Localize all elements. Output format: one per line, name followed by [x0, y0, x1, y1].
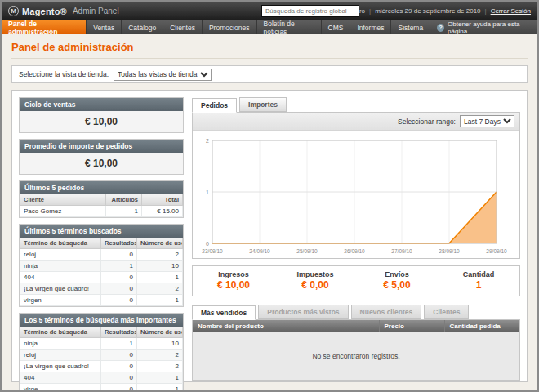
store-view-switcher: Seleccione la vista de tienda: Todas las… — [11, 65, 528, 83]
stat-ingresos: Ingresos € 10,00 — [193, 270, 274, 291]
nav-item-clientes[interactable]: Clientes — [163, 20, 203, 34]
svg-text:26/09/10: 26/09/10 — [344, 248, 365, 254]
brand-suffix: Admin Panel — [73, 7, 119, 16]
range-toolbar: Seleccionar rango: Last 7 Days — [193, 113, 519, 131]
last-orders-title: Últimos 5 pedidos — [20, 181, 183, 194]
range-select[interactable]: Last 7 Days — [460, 115, 514, 127]
nav-item-promociones[interactable]: Promociones — [203, 20, 257, 34]
average-orders-title: Promedio de importe de pedidos — [20, 140, 183, 153]
table-row[interactable]: ninja 1 10 — [20, 338, 183, 350]
empty-message: No se encontraron registros. — [193, 332, 519, 380]
table-row[interactable]: 404 0 1 — [20, 272, 183, 283]
header-date: miércoles 29 de septiembre de 2010 — [375, 7, 480, 15]
magento-logo: M Magento® Admin Panel — [8, 6, 119, 16]
col-header: Término de búsqueda — [20, 238, 101, 249]
nav-item-sistema[interactable]: Sistema — [391, 20, 430, 34]
table-row[interactable]: Paco Gomez 1 € 15.00 — [20, 206, 183, 217]
lifetime-sales-value: € 10,00 — [20, 111, 183, 132]
orders-chart-box: Seleccionar rango: Last 7 Days 01223/09/… — [192, 112, 520, 259]
last-search-terms-title: Últimos 5 términos buscados — [20, 225, 183, 238]
stat-impuestos: Impuestos € 0,00 — [274, 270, 356, 291]
svg-text:28/09/10: 28/09/10 — [439, 248, 460, 254]
table-row[interactable]: ¡La virgen que cuadro! 0 2 — [20, 283, 183, 295]
stat-cantidad: Cantidad 1 — [438, 270, 519, 291]
store-view-label: Seleccione la vista de tienda: — [19, 70, 109, 78]
tab-productos-mas-vistos[interactable]: Productos más vistos — [258, 305, 348, 319]
table-row[interactable]: reloj 0 2 — [20, 249, 183, 261]
nav-item-cms[interactable]: CMS — [322, 20, 351, 34]
svg-text:25/09/10: 25/09/10 — [296, 248, 318, 254]
page-title: Panel de administración — [11, 41, 528, 59]
svg-text:1: 1 — [206, 189, 209, 195]
nav-item-boletin[interactable]: Boletín de noticias — [257, 20, 322, 34]
brand-name: Magento® — [22, 7, 67, 16]
dashboard-right-column: Pedidos Importes Seleccionar rango: Last… — [192, 97, 520, 375]
help-label: Obtener ayuda para esta página — [448, 20, 531, 35]
separator: | — [485, 7, 487, 15]
nav-item-informes[interactable]: Informes — [350, 20, 391, 34]
table-row[interactable]: virge 0 1 — [20, 384, 183, 392]
col-header-product: Nombre del producto — [193, 320, 379, 332]
svg-text:2: 2 — [206, 138, 209, 144]
table-row[interactable]: ninja 1 10 — [20, 261, 183, 272]
svg-text:29/09/10: 29/09/10 — [486, 248, 507, 254]
help-link[interactable]: ? Obtener ayuda para esta página — [430, 20, 537, 34]
separator: | — [369, 7, 371, 15]
svg-text:23/09/10: 23/09/10 — [202, 248, 223, 254]
lifetime-sales-title: Ciclo de ventas — [20, 98, 183, 111]
logout-link[interactable]: Cerrar Sesión — [491, 7, 531, 15]
table-row[interactable]: ¡La virgen que cuadro! 0 2 — [20, 361, 183, 372]
table-row[interactable]: 404 0 1 — [20, 372, 183, 384]
dashboard-left-column: Ciclo de ventas € 10,00 Promedio de impo… — [19, 97, 184, 375]
tab-pedidos[interactable]: Pedidos — [192, 98, 237, 113]
col-header-qty: Cantidad pedida — [444, 320, 519, 332]
tab-nuevos-clientes[interactable]: Nuevos clientes — [351, 305, 422, 319]
tab-importes[interactable]: Importes — [239, 97, 287, 112]
orders-chart: 01223/09/1024/09/1025/09/1026/09/1027/09… — [196, 134, 508, 256]
tab-mas-vendidos[interactable]: Más vendidos — [192, 305, 256, 320]
last-orders-panel: Últimos 5 pedidos Cliente Artículos Tota… — [19, 180, 184, 218]
products-table: Nombre del producto Precio Cantidad pedi… — [192, 319, 520, 381]
content-area: Panel de administración Seleccione la vi… — [2, 34, 537, 390]
global-search-input[interactable] — [261, 5, 359, 17]
nav-item-catalogo[interactable]: Catálogo — [122, 20, 163, 34]
help-icon: ? — [437, 24, 444, 32]
main-nav: Panel de administración Ventas Catálogo … — [2, 20, 537, 34]
top-search-terms-panel: Los 5 términos de búsqueda más important… — [19, 313, 184, 392]
col-header: Artículos — [106, 194, 142, 206]
last-search-terms-panel: Últimos 5 términos buscados Término de b… — [19, 224, 184, 307]
nav-item-dashboard[interactable]: Panel de administración — [2, 20, 87, 34]
col-header: Número de usos — [137, 238, 183, 249]
top-search-terms-title: Los 5 términos de búsqueda más important… — [20, 314, 183, 327]
col-header: Total — [142, 194, 183, 206]
average-orders-panel: Promedio de importe de pedidos € 10,00 — [19, 139, 184, 175]
table-row[interactable]: virgen 0 1 — [20, 295, 183, 306]
orders-chart-area: 01223/09/1024/09/1025/09/1026/09/1027/09… — [193, 131, 519, 258]
svg-text:27/09/10: 27/09/10 — [391, 248, 412, 254]
tab-clientes[interactable]: Clientes — [424, 305, 469, 319]
table-row[interactable]: reloj 0 2 — [20, 350, 183, 361]
top-header: M Magento® Admin Panel Accedió como apar… — [2, 2, 537, 20]
svg-text:24/09/10: 24/09/10 — [249, 248, 270, 254]
chart-tabs: Pedidos Importes — [192, 97, 520, 112]
nav-item-ventas[interactable]: Ventas — [87, 20, 122, 34]
dashboard-main: Ciclo de ventas € 10,00 Promedio de impo… — [11, 90, 528, 382]
svg-text:0: 0 — [206, 241, 209, 247]
col-header: Resultados — [101, 238, 137, 249]
range-label: Seleccionar rango: — [398, 118, 456, 126]
lifetime-sales-panel: Ciclo de ventas € 10,00 — [19, 97, 184, 133]
col-header: Término de búsqueda — [20, 327, 101, 338]
magento-logo-icon: M — [8, 6, 19, 16]
store-view-select[interactable]: Todas las vistas de tienda — [114, 69, 212, 81]
col-header: Cliente — [20, 194, 106, 206]
col-header: Número de usos — [137, 327, 183, 338]
magento-admin-window: M Magento® Admin Panel Accedió como apar… — [0, 0, 539, 392]
col-header: Resultados — [101, 327, 137, 338]
average-orders-value: € 10,00 — [20, 153, 183, 174]
stat-envios: Envíos € 5,00 — [356, 270, 438, 291]
products-tabs: Más vendidos Productos más vistos Nuevos… — [192, 305, 520, 319]
totals-bar: Ingresos € 10,00 Impuestos € 0,00 Envíos… — [192, 265, 520, 296]
col-header-price: Precio — [379, 320, 444, 332]
